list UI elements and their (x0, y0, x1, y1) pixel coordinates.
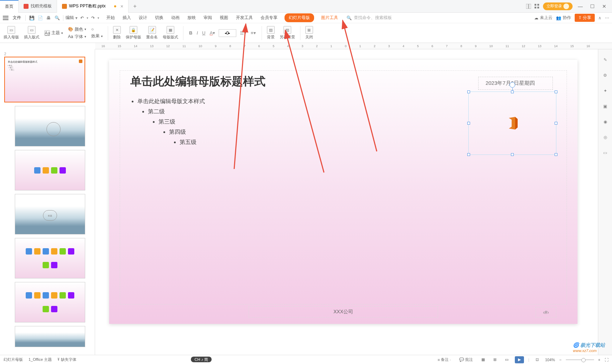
status-missing-font[interactable]: Ŧ 缺失字体 (57, 357, 76, 362)
tab-dev[interactable]: 开发工具 (235, 13, 254, 22)
print-icon[interactable]: 🖶 (45, 14, 52, 22)
rename-button[interactable]: 📝重命名 (146, 26, 158, 40)
fit-icon[interactable]: ⊡ (533, 357, 541, 363)
slide-number-placeholder[interactable]: ‹#› (536, 307, 556, 318)
search-box[interactable]: 🔍 查找命令、搜索模板 (346, 15, 392, 21)
tab-vip[interactable]: 会员专享 (260, 13, 278, 22)
resize-handle-br[interactable] (555, 153, 557, 156)
tab-slide-master[interactable]: 幻灯片母版 (285, 13, 314, 22)
tab-start[interactable]: 开始 (106, 13, 115, 22)
theme-button[interactable]: A̲a̲主题▾ (44, 30, 63, 36)
thumbnail-layout-4[interactable] (15, 238, 85, 278)
resize-handle-bl[interactable] (467, 153, 470, 156)
collapse-ribbon-icon[interactable]: ∧ (598, 15, 601, 20)
tab-home[interactable]: 首页 (0, 0, 19, 13)
sparkle-icon[interactable]: ✦ (602, 87, 609, 94)
protect-button[interactable]: 🔒保护母版 (126, 26, 141, 40)
location-icon[interactable]: ◎ (602, 134, 609, 141)
thumbnail-layout-2[interactable] (15, 150, 85, 190)
tab-transition[interactable]: 切换 (154, 13, 164, 22)
tab-insert[interactable]: 插入 (122, 13, 132, 22)
zoom-out-button[interactable]: − (559, 358, 561, 362)
minimize-button[interactable]: — (576, 2, 585, 11)
zoom-in-button[interactable]: + (598, 358, 600, 362)
resize-handle-tm[interactable] (511, 90, 514, 93)
bold-button[interactable]: B (188, 30, 193, 36)
numbering-button[interactable]: ≡▾ (250, 30, 257, 36)
underline-button[interactable]: U (201, 30, 206, 36)
font-size-input[interactable]: ◂ 0 ▸ (219, 29, 236, 37)
thumbnail-master[interactable]: 单击此处编辑母版标题样式 • 单击 • 第二 • 第三 (4, 57, 85, 102)
thumbnail-layout-1[interactable] (15, 106, 85, 146)
slide-canvas[interactable]: 单击此处编辑母版标题样式 单击此处编辑母版文本样式 第二级 第三级 第四级 第五… (95, 49, 598, 356)
undo-icon[interactable]: ↶ (78, 14, 86, 22)
workspace-icon[interactable] (526, 4, 531, 9)
thumbnail-layout-3[interactable]: 标题 (15, 194, 85, 234)
tab-document[interactable]: WPS PPT教程.pptx × (57, 0, 129, 13)
collab-button[interactable]: 👥 协作 (556, 15, 571, 21)
font-color-button[interactable]: A▾ (209, 30, 216, 36)
tab-view[interactable]: 视图 (219, 13, 229, 22)
tab-design[interactable]: 设计 (138, 13, 148, 22)
background-button[interactable]: ▨背景 (267, 26, 275, 40)
redo-dropdown-icon[interactable]: ▾ (98, 16, 99, 20)
slide-panel[interactable]: 2 单击此处编辑母版标题样式 • 单击 • 第二 • 第三 标题 (0, 49, 95, 356)
bullets-button[interactable]: ☰▾ (239, 30, 247, 36)
insert-master-button[interactable]: ▭ 插入母版 (4, 26, 19, 40)
thumbnail-layout-5[interactable] (15, 282, 85, 322)
comment-icon[interactable]: ▭ (602, 149, 609, 156)
view-normal-icon[interactable]: ▦ (479, 357, 487, 363)
slide-master[interactable]: 单击此处编辑母版标题样式 单击此处编辑母版文本样式 第二级 第三级 第四级 第五… (109, 60, 577, 324)
maximize-button[interactable]: ☐ (588, 2, 597, 11)
slideshow-button[interactable]: ▶ (515, 356, 524, 363)
zoom-slider[interactable] (566, 359, 594, 360)
color-button[interactable]: 🎨颜色▾ (68, 26, 86, 32)
pencil-icon[interactable]: ✎ (602, 56, 609, 63)
edit-dropdown-icon[interactable]: ▾ (75, 15, 77, 20)
ime-indicator[interactable]: CH ♪ 简 (191, 357, 212, 362)
delete-button[interactable]: ✕删除 (113, 26, 121, 40)
hamburger-icon[interactable] (3, 16, 8, 20)
view-reading-icon[interactable]: ▭ (503, 357, 511, 363)
new-tab-button[interactable]: + (129, 3, 141, 10)
save-background-button[interactable]: ▨另存背景 (280, 26, 295, 40)
resize-handle-bm[interactable] (511, 153, 514, 156)
logo-selection-box[interactable] (468, 92, 556, 155)
zoom-value[interactable]: 104% (545, 358, 555, 362)
date-placeholder[interactable]: 2023年7月6日星期四 (478, 77, 553, 90)
resize-handle-tl[interactable] (467, 90, 470, 93)
settings-icon[interactable]: ⚙ (602, 72, 609, 79)
insert-layout-button[interactable]: ▭ 插入版式 (24, 26, 39, 40)
tab-picture-tools[interactable]: 图片工具 (320, 13, 339, 22)
fullscreen-icon[interactable]: ⛶ (605, 358, 608, 362)
redo-icon[interactable]: ↷ (89, 14, 97, 22)
font-button[interactable]: Aa 字体▾ (68, 34, 86, 40)
title-placeholder[interactable]: 单击此处编辑母版标题样式 (130, 74, 266, 89)
more-icon[interactable]: ⋯ (605, 15, 609, 20)
close-master-button[interactable]: ⊠关闭 (305, 26, 313, 40)
close-icon[interactable]: × (120, 4, 123, 9)
template-icon[interactable]: ▣ (602, 103, 609, 110)
material-icon[interactable]: ◉ (602, 118, 609, 125)
tab-docer[interactable]: 找稻壳模板 (19, 0, 57, 13)
resize-handle-mr[interactable] (555, 122, 557, 125)
comments-button[interactable]: 💬 批注 (457, 356, 475, 363)
close-window-button[interactable]: ✕ (600, 2, 608, 11)
login-button[interactable]: 立即登录 (543, 2, 573, 10)
italic-button[interactable]: I (196, 30, 199, 36)
body-placeholder[interactable]: 单击此处编辑母版文本样式 第二级 第三级 第四级 第五级 (130, 95, 205, 149)
edit-menu[interactable]: 编辑 (65, 15, 74, 21)
effect-button[interactable]: ○ (91, 27, 103, 32)
thumbnail-layout-6[interactable] (15, 326, 85, 347)
printpreview-icon[interactable]: 🔍 (53, 14, 61, 22)
share-button[interactable]: ⇪ 分享 (575, 14, 595, 22)
cloud-button[interactable]: ☁ 未上云 (534, 15, 552, 21)
save-icon[interactable]: 💾 (28, 14, 36, 22)
undo-dropdown-icon[interactable]: ▾ (87, 16, 88, 20)
tab-animation[interactable]: 动画 (170, 13, 180, 22)
tab-slideshow[interactable]: 放映 (187, 13, 196, 22)
footer-placeholder[interactable]: XXX公司 (249, 306, 438, 318)
master-layout-button[interactable]: ▦母版版式 (163, 26, 178, 40)
resize-handle-tr[interactable] (555, 90, 557, 93)
tab-review[interactable]: 审阅 (203, 13, 213, 22)
